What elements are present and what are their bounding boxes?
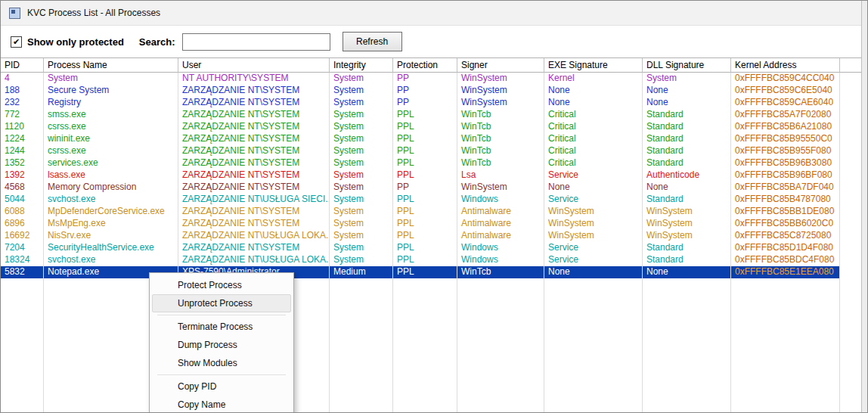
table-row[interactable]: 6088MpDefenderCoreService.exeZARZĄDZANIE… bbox=[1, 206, 840, 218]
cell-pid: 772 bbox=[1, 109, 44, 121]
table-row[interactable]: 1244csrss.exeZARZĄDZANIE NT\SYSTEMSystem… bbox=[1, 145, 840, 157]
cell-protection: PPL bbox=[393, 121, 457, 133]
cell-kernel_addr: 0xFFFFBC85B955F080 bbox=[731, 145, 840, 157]
cell-pid: 1352 bbox=[1, 157, 44, 169]
cell-dll_sig: Standard bbox=[643, 157, 731, 169]
cell-name: lsass.exe bbox=[44, 169, 178, 182]
table-filler bbox=[1, 278, 840, 412]
cell-integrity: Medium bbox=[330, 266, 393, 278]
cell-protection: PPL bbox=[393, 230, 457, 242]
title-bar: KVC Process List - All Processes bbox=[1, 1, 867, 26]
cell-signer: WinTcb bbox=[457, 121, 544, 133]
column-header-protection[interactable]: Protection bbox=[393, 58, 457, 73]
cell-pid: 1224 bbox=[1, 133, 44, 145]
cell-exe_sig: WinSystem bbox=[544, 206, 643, 218]
cell-kernel_addr: 0xFFFFBC85B96B3080 bbox=[731, 157, 840, 169]
column-header-dll-signature[interactable]: DLL Signature bbox=[643, 58, 731, 73]
table-row[interactable]: 16692NisSrv.exeZARZĄDZANIE NT\USŁUGA LOK… bbox=[1, 230, 840, 242]
cell-protection: PPL bbox=[393, 242, 457, 254]
table-row[interactable]: 232RegistryZARZĄDZANIE NT\SYSTEMSystemPP… bbox=[1, 97, 840, 109]
table-row[interactable]: 1120csrss.exeZARZĄDZANIE NT\SYSTEMSystem… bbox=[1, 121, 840, 133]
cell-exe_sig: Service bbox=[544, 242, 643, 254]
filler-cell bbox=[1, 278, 44, 412]
cell-integrity: System bbox=[330, 230, 393, 242]
column-header-signer[interactable]: Signer bbox=[457, 58, 544, 73]
cell-protection: PP bbox=[393, 97, 457, 109]
cell-integrity: System bbox=[330, 85, 393, 97]
table-row[interactable]: 6896MsMpEng.exeZARZĄDZANIE NT\SYSTEMSyst… bbox=[1, 218, 840, 230]
cell-integrity: System bbox=[330, 133, 393, 145]
cell-kernel_addr: 0xFFFFBC85BB6020C0 bbox=[731, 218, 840, 230]
cell-name: csrss.exe bbox=[44, 145, 178, 157]
table-row[interactable]: 4568Memory CompressionZARZĄDZANIE NT\SYS… bbox=[1, 182, 840, 194]
cell-dll_sig: System bbox=[643, 73, 731, 85]
context-menu: Protect ProcessUnprotect ProcessTerminat… bbox=[149, 272, 294, 413]
table-row[interactable]: 188Secure SystemZARZĄDZANIE NT\SYSTEMSys… bbox=[1, 85, 840, 97]
table-row[interactable]: 772smss.exeZARZĄDZANIE NT\SYSTEMSystemPP… bbox=[1, 109, 840, 121]
refresh-button[interactable]: Refresh bbox=[343, 32, 402, 51]
cell-protection: PPL bbox=[393, 157, 457, 169]
cell-name: System bbox=[44, 73, 178, 85]
cell-dll_sig: Standard bbox=[643, 254, 731, 266]
cell-exe_sig: Service bbox=[544, 254, 643, 266]
cell-signer: WinTcb bbox=[457, 266, 544, 278]
cell-pid: 1244 bbox=[1, 145, 44, 157]
cell-dll_sig: Standard bbox=[643, 109, 731, 121]
cell-dll_sig: Standard bbox=[643, 242, 731, 254]
cell-integrity: System bbox=[330, 145, 393, 157]
search-input[interactable] bbox=[182, 33, 330, 51]
cell-pid: 4 bbox=[1, 73, 44, 85]
cell-exe_sig: None bbox=[544, 97, 643, 109]
table-row[interactable]: 1392lsass.exeZARZĄDZANIE NT\SYSTEMSystem… bbox=[1, 169, 840, 182]
menu-item-dump-process[interactable]: Dump Process bbox=[152, 336, 291, 354]
cell-name: wininit.exe bbox=[44, 133, 178, 145]
column-header-user[interactable]: User bbox=[178, 58, 330, 73]
cell-user: ZARZĄDZANIE NT\SYSTEM bbox=[178, 182, 330, 194]
table-row[interactable]: 18324svchost.exeZARZĄDZANIE NT\USŁUGA LO… bbox=[1, 254, 840, 266]
column-header-kernel-address[interactable]: Kernel Address bbox=[731, 58, 840, 73]
table-row[interactable]: 7204SecurityHealthService.exeZARZĄDZANIE… bbox=[1, 242, 840, 254]
cell-integrity: System bbox=[330, 109, 393, 121]
table-row[interactable]: 5832Notepad.exeXPS-7590\AdministratorMed… bbox=[1, 266, 840, 278]
menu-item-copy-pid[interactable]: Copy PID bbox=[152, 377, 291, 396]
menu-item-copy-name[interactable]: Copy Name bbox=[152, 396, 291, 413]
cell-exe_sig: Critical bbox=[544, 133, 643, 145]
menu-item-protect-process[interactable]: Protect Process bbox=[152, 276, 291, 294]
scrollbar-track[interactable] bbox=[861, 1, 867, 412]
cell-signer: Antimalware bbox=[457, 206, 544, 218]
cell-signer: WinTcb bbox=[457, 109, 544, 121]
cell-signer: Windows bbox=[457, 254, 544, 266]
cell-protection: PPL bbox=[393, 133, 457, 145]
table-row[interactable]: 4SystemNT AUTHORITY\SYSTEMSystemPPWinSys… bbox=[1, 73, 840, 85]
cell-integrity: System bbox=[330, 169, 393, 182]
column-header-process-name[interactable]: Process Name bbox=[44, 58, 178, 73]
cell-exe_sig: Critical bbox=[544, 109, 643, 121]
column-header-exe-signature[interactable]: EXE Signature bbox=[544, 58, 643, 73]
cell-exe_sig: Service bbox=[544, 169, 643, 182]
show-only-protected-label[interactable]: Show only protected bbox=[27, 36, 124, 48]
cell-user: ZARZĄDZANIE NT\USŁUGA LOKA... bbox=[178, 254, 330, 266]
column-header-integrity[interactable]: Integrity bbox=[330, 58, 393, 73]
cell-protection: PP bbox=[393, 85, 457, 97]
cell-integrity: System bbox=[330, 182, 393, 194]
cell-dll_sig: Standard bbox=[643, 121, 731, 133]
cell-user: ZARZĄDZANIE NT\SYSTEM bbox=[178, 169, 330, 182]
table-row[interactable]: 1352services.exeZARZĄDZANIE NT\SYSTEMSys… bbox=[1, 157, 840, 169]
show-only-protected-checkbox[interactable]: ✔ bbox=[11, 36, 22, 48]
menu-item-unprotect-process[interactable]: Unprotect Process bbox=[152, 294, 291, 312]
table-header: PIDProcess NameUserIntegrityProtectionSi… bbox=[1, 57, 867, 73]
table-row[interactable]: 5044svchost.exeZARZĄDZANIE NT\USŁUGA SIE… bbox=[1, 194, 840, 206]
cell-dll_sig: None bbox=[643, 85, 731, 97]
menu-item-show-modules[interactable]: Show Modules bbox=[152, 354, 291, 372]
cell-name: MpDefenderCoreService.exe bbox=[44, 206, 178, 218]
filler-cell bbox=[457, 278, 544, 412]
cell-dll_sig: WinSystem bbox=[643, 218, 731, 230]
cell-signer: Lsa bbox=[457, 169, 544, 182]
menu-item-terminate-process[interactable]: Terminate Process bbox=[152, 318, 291, 336]
cell-dll_sig: Authenticode bbox=[643, 169, 731, 182]
cell-signer: WinTcb bbox=[457, 157, 544, 169]
column-header-pid[interactable]: PID bbox=[1, 58, 44, 73]
cell-user: ZARZĄDZANIE NT\SYSTEM bbox=[178, 133, 330, 145]
table-row[interactable]: 1224wininit.exeZARZĄDZANIE NT\SYSTEMSyst… bbox=[1, 133, 840, 145]
cell-name: services.exe bbox=[44, 157, 178, 169]
